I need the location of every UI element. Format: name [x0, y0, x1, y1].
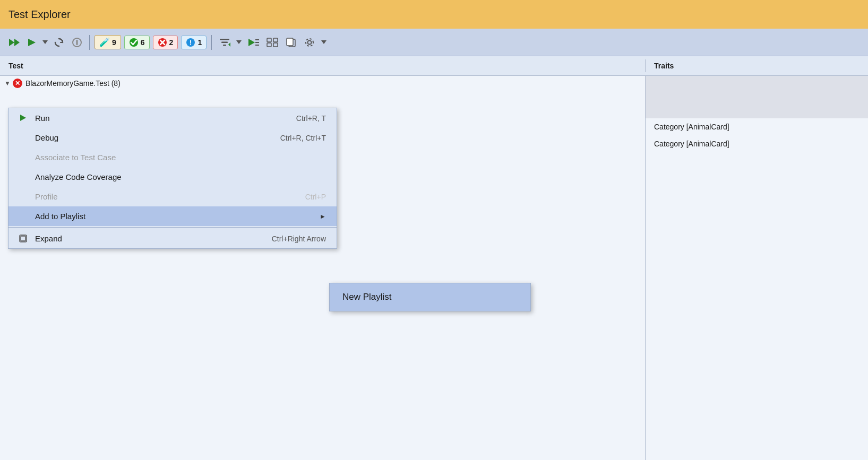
ctx-profile: Profile Ctrl+P: [8, 187, 337, 206]
ctx-analyze-label: Analyze Code Coverage: [35, 172, 122, 181]
ctx-associate-label: Associate to Test Case: [35, 153, 116, 162]
warn-count: 1: [197, 38, 202, 47]
context-menu: Run Ctrl+R, T Debug Ctrl+R, Ctrl+T Assoc…: [8, 108, 337, 249]
settings-dropdown-button[interactable]: [320, 38, 328, 46]
svg-marker-3: [42, 40, 48, 44]
root-node-label: BlazorMemoryGame.Test (8): [25, 79, 121, 88]
run-step-icon: [8, 38, 20, 47]
submenu-new-playlist[interactable]: New Playlist: [330, 283, 530, 311]
settings-button[interactable]: [301, 34, 318, 50]
submenu-arrow-icon: ►: [320, 213, 326, 220]
ctx-expand[interactable]: Expand Ctrl+Right Arrow: [8, 229, 337, 248]
window-title: Test Explorer: [8, 8, 71, 21]
test-column-header: Test: [0, 59, 645, 72]
traits-empty-section: [646, 76, 868, 118]
ctx-profile-shortcut: Ctrl+P: [305, 193, 326, 201]
run-play-icon: [19, 114, 28, 123]
traits-column-header: Traits: [645, 59, 868, 72]
trait-row-1: Category [AnimalCard]: [646, 118, 868, 135]
title-bar: Test Explorer: [0, 0, 868, 29]
ctx-add-playlist-label: Add to Playlist: [35, 212, 85, 221]
submenu-new-playlist-label: New Playlist: [342, 292, 392, 302]
run-failed-button[interactable]: [245, 36, 262, 49]
settings-icon: [304, 37, 315, 48]
ctx-analyze[interactable]: Analyze Code Coverage: [8, 167, 337, 187]
svg-rect-23: [273, 38, 278, 42]
ctx-debug[interactable]: Debug Ctrl+R, Ctrl+T: [8, 128, 337, 147]
svg-marker-0: [9, 39, 14, 46]
ctx-run[interactable]: Run Ctrl+R, T: [8, 108, 337, 128]
svg-point-27: [308, 40, 312, 44]
svg-rect-26: [287, 38, 293, 46]
filter-icon: [219, 37, 230, 48]
ctx-run-label: Run: [35, 114, 50, 123]
flask-icon: 🧪: [99, 37, 110, 47]
ctx-add-playlist[interactable]: Add to Playlist ►: [8, 206, 337, 226]
trait-value-2: Category [AnimalCard]: [654, 140, 729, 148]
flask-badge[interactable]: 🧪 9: [94, 35, 121, 49]
svg-marker-2: [28, 39, 36, 46]
refresh-button[interactable]: [51, 35, 67, 50]
warn-icon: !: [186, 38, 195, 47]
expand-icon-small: [19, 235, 28, 243]
group-button[interactable]: [264, 35, 281, 50]
ctx-expand-shortcut: Ctrl+Right Arrow: [272, 235, 326, 243]
copy-button[interactable]: [283, 35, 299, 50]
svg-marker-16: [236, 40, 242, 44]
settings-dropdown-icon: [321, 40, 326, 44]
run-step-button[interactable]: [5, 36, 22, 49]
group-icon: [267, 37, 278, 48]
trait-value-1: Category [AnimalCard]: [654, 123, 729, 131]
refresh-icon: [54, 37, 64, 48]
run-failed-icon: [247, 38, 259, 47]
run-dropdown-button[interactable]: [41, 38, 49, 46]
svg-rect-12: [220, 39, 229, 40]
svg-marker-29: [321, 40, 326, 44]
svg-rect-22: [267, 43, 271, 47]
ctx-profile-label: Profile: [35, 192, 58, 201]
run-all-icon: [27, 38, 37, 47]
svg-marker-15: [228, 42, 230, 47]
svg-text:!: !: [190, 39, 192, 47]
flask-count: 9: [112, 38, 116, 47]
toolbar-sep-2: [211, 35, 212, 50]
fail-badge[interactable]: 2: [153, 36, 178, 49]
svg-rect-32: [21, 236, 25, 241]
pass-count: 6: [141, 38, 145, 47]
warn-badge[interactable]: ! 1: [181, 36, 207, 49]
ctx-debug-label: Debug: [35, 133, 58, 142]
filter-button[interactable]: [216, 35, 233, 50]
cancel-icon: [72, 37, 82, 48]
expand-collapse-icon: ▼: [4, 80, 11, 87]
filter-dropdown-button[interactable]: [235, 38, 243, 46]
ctx-run-shortcut: Ctrl+R, T: [296, 114, 326, 123]
fail-count: 2: [169, 38, 174, 47]
svg-rect-24: [273, 43, 278, 47]
svg-point-28: [306, 39, 313, 46]
app-window: Test Explorer: [0, 0, 868, 460]
filter-dropdown-icon: [236, 40, 242, 44]
pass-badge[interactable]: 6: [124, 36, 150, 49]
cancel-button[interactable]: [69, 35, 85, 50]
svg-marker-1: [14, 39, 20, 46]
fail-icon: [158, 38, 167, 47]
traits-panel: Category [AnimalCard] Category [AnimalCa…: [645, 76, 868, 460]
svg-marker-17: [248, 39, 255, 46]
copy-icon: [286, 37, 296, 48]
svg-marker-30: [20, 115, 26, 121]
trait-row-2: Category [AnimalCard]: [646, 135, 868, 152]
toolbar: 🧪 9 6 2 ! 1: [0, 29, 868, 56]
submenu: New Playlist: [329, 283, 531, 311]
ctx-expand-label: Expand: [35, 234, 62, 243]
svg-rect-14: [223, 45, 226, 46]
toolbar-sep-1: [89, 35, 90, 50]
tree-area: ▼ ✕ BlazorMemoryGame.Test (8) Category […: [0, 76, 868, 460]
ctx-separator: [8, 227, 337, 228]
column-headers: Test Traits: [0, 56, 868, 76]
run-all-button[interactable]: [24, 36, 39, 49]
run-dropdown-icon: [42, 40, 48, 44]
svg-rect-5: [76, 40, 78, 45]
ctx-debug-shortcut: Ctrl+R, Ctrl+T: [280, 134, 326, 142]
svg-rect-21: [267, 38, 271, 42]
root-error-icon: ✕: [13, 79, 22, 88]
